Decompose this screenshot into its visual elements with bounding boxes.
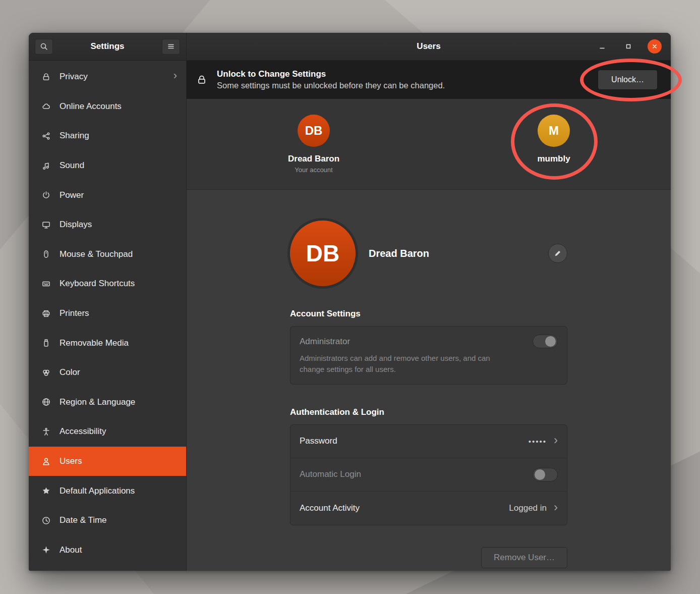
sidebar-item-displays[interactable]: Displays [29, 210, 186, 240]
carousel-user-subtitle: Your account [258, 166, 369, 174]
mouse-icon [41, 249, 51, 259]
sidebar-item-about[interactable]: About [29, 535, 186, 565]
sidebar-headerbar: Settings [29, 33, 186, 61]
profile-name: Dread Baron [369, 248, 548, 259]
main-panel: Users U [187, 33, 671, 571]
sidebar-item-printers[interactable]: Printers [29, 299, 186, 329]
unlock-button[interactable]: Unlock… [598, 70, 658, 90]
carousel-user-name: mumbly [498, 154, 609, 164]
avatar: DB [298, 115, 330, 147]
sidebar-item-mouse-touchpad[interactable]: Mouse & Touchpad [29, 240, 186, 269]
color-icon [41, 367, 51, 377]
avatar: M [538, 115, 570, 147]
sidebar-item-color[interactable]: Color [29, 358, 186, 388]
sidebar-item-sharing[interactable]: Sharing [29, 121, 186, 151]
search-icon [40, 42, 48, 50]
settings-window: Settings Privacy › Online Accounts [29, 33, 671, 571]
pencil-icon [554, 249, 562, 257]
cloud-icon [41, 101, 51, 112]
desktop: Settings Privacy › Online Accounts [0, 0, 700, 594]
main-headerbar: Users [187, 33, 671, 61]
sidebar-item-keyboard-shortcuts[interactable]: Keyboard Shortcuts [29, 269, 186, 299]
globe-icon [41, 397, 51, 407]
carousel-user-name: Dread Baron [258, 154, 369, 164]
window-controls [595, 39, 671, 53]
lock-icon [41, 72, 51, 82]
accessibility-icon [41, 426, 51, 437]
sidebar-item-power[interactable]: Power [29, 180, 186, 210]
maximize-icon [624, 42, 632, 50]
profile-row: DB Dread Baron [290, 221, 567, 286]
sidebar-item-label: Color [60, 367, 177, 377]
search-button[interactable] [35, 39, 53, 55]
remove-user-button[interactable]: Remove User… [481, 547, 567, 568]
sparkle-icon [41, 545, 51, 555]
sidebar-item-label: Default Applications [60, 486, 177, 496]
display-icon [41, 220, 51, 230]
maximize-button[interactable] [621, 39, 635, 53]
sidebar-item-region-language[interactable]: Region & Language [29, 388, 186, 417]
password-label: Password [300, 436, 529, 446]
administrator-description: Administrators can add and remove other … [300, 353, 511, 375]
sidebar-item-accessibility[interactable]: Accessibility [29, 417, 186, 447]
clock-icon [41, 515, 51, 525]
avatar: DB [290, 221, 356, 286]
menu-button[interactable] [162, 39, 180, 55]
sidebar-item-label: Removable Media [60, 338, 177, 348]
share-icon [41, 131, 51, 141]
sidebar-item-label: Power [60, 190, 177, 200]
unlock-banner-subtitle: Some settings must be unlocked before th… [217, 81, 598, 90]
sidebar-item-label: Sound [60, 160, 177, 171]
automatic-login-row[interactable]: Automatic Login [290, 458, 567, 492]
sidebar-item-label: Displays [60, 220, 177, 230]
sidebar-item-label: Accessibility [60, 426, 177, 437]
account-activity-row[interactable]: Account Activity Logged in › [290, 492, 567, 525]
close-button[interactable] [648, 39, 662, 53]
close-icon [651, 43, 658, 50]
sidebar-item-label: Region & Language [60, 397, 177, 407]
sidebar-item-date-time[interactable]: Date & Time [29, 506, 186, 535]
sidebar-title: Settings [53, 41, 162, 51]
sidebar-item-label: Mouse & Touchpad [60, 249, 177, 259]
administrator-label: Administrator [300, 337, 350, 347]
unlock-banner: Unlock to Change Settings Some settings … [187, 61, 671, 99]
sidebar-list: Privacy › Online Accounts Sharing Sound [29, 61, 186, 571]
unlock-banner-title: Unlock to Change Settings [217, 69, 598, 79]
user-detail-pane: DB Dread Baron Account Settings Administ… [187, 190, 671, 571]
chevron-right-icon: › [554, 501, 558, 515]
account-settings-heading: Account Settings [290, 309, 567, 319]
automatic-login-toggle[interactable] [533, 468, 558, 481]
edit-name-button[interactable] [548, 244, 567, 263]
sidebar-item-default-applications[interactable]: Default Applications [29, 476, 186, 506]
toggle-knob [535, 469, 545, 480]
automatic-login-label: Automatic Login [300, 469, 533, 479]
toggle-knob [545, 336, 556, 347]
users-icon [41, 456, 51, 466]
printer-icon [41, 308, 51, 318]
minimize-button[interactable] [595, 39, 609, 53]
sidebar-item-label: Date & Time [60, 515, 177, 525]
carousel-user-mumbly[interactable]: M mumbly [498, 115, 609, 164]
sidebar-item-label: About [60, 545, 177, 555]
padlock-icon [197, 75, 210, 85]
star-icon [41, 486, 51, 496]
sidebar-item-label: Online Accounts [60, 101, 177, 112]
sidebar-item-online-accounts[interactable]: Online Accounts [29, 92, 186, 122]
account-activity-value: Logged in [509, 503, 547, 513]
hamburger-icon [167, 42, 175, 50]
administrator-card: Administrator Administrators can add and… [290, 326, 567, 385]
sidebar: Settings Privacy › Online Accounts [29, 33, 187, 571]
chevron-right-icon: › [554, 434, 558, 448]
account-activity-label: Account Activity [300, 503, 509, 513]
sidebar-item-privacy[interactable]: Privacy › [29, 62, 186, 92]
flash-drive-icon [41, 338, 51, 348]
keyboard-icon [41, 279, 51, 289]
sidebar-item-label: Printers [60, 308, 177, 318]
sidebar-item-sound[interactable]: Sound [29, 151, 186, 181]
sidebar-item-removable-media[interactable]: Removable Media [29, 328, 186, 358]
password-row[interactable]: Password ••••• › [290, 425, 567, 458]
carousel-user-dread-baron[interactable]: DB Dread Baron Your account [258, 115, 369, 174]
sidebar-item-users[interactable]: Users [29, 447, 186, 476]
administrator-toggle[interactable] [533, 335, 558, 348]
sidebar-item-label: Keyboard Shortcuts [60, 279, 177, 289]
